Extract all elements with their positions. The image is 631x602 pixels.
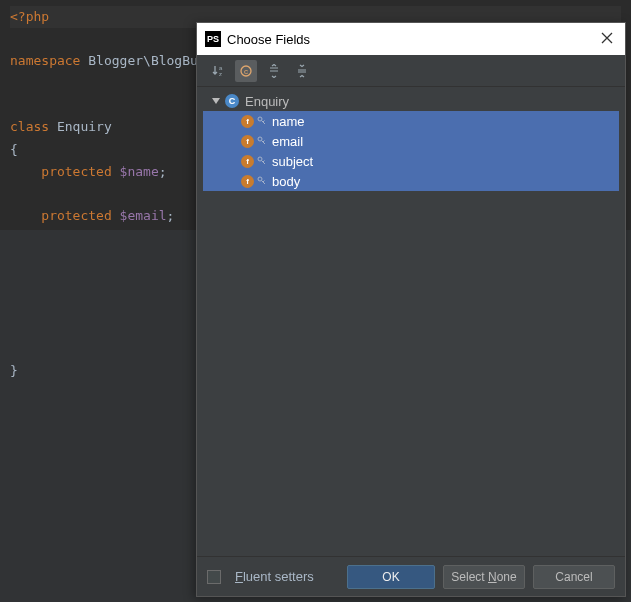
tree-field[interactable]: f name: [203, 111, 619, 131]
fluent-setters-checkbox[interactable]: [207, 570, 221, 584]
svg-point-7: [258, 177, 262, 181]
field-icon: f: [241, 155, 254, 168]
class-icon: C: [225, 94, 239, 108]
property-icon: [257, 136, 267, 146]
svg-point-5: [258, 137, 262, 141]
tree-field-label: body: [272, 174, 300, 189]
field-icon: f: [241, 135, 254, 148]
dialog-title: Choose Fields: [227, 32, 310, 47]
code-line: [10, 337, 621, 359]
select-none-button[interactable]: Select None: [443, 565, 525, 589]
dialog-titlebar[interactable]: PS Choose Fields: [197, 23, 625, 55]
dialog-bottom-bar: Fluent setters OK Select None Cancel: [197, 556, 625, 596]
tree-field-label: subject: [272, 154, 313, 169]
svg-point-4: [258, 117, 262, 121]
code-line: [10, 315, 621, 337]
tree-root[interactable]: C Enquiry: [203, 91, 619, 111]
close-icon[interactable]: [597, 26, 617, 52]
cancel-button[interactable]: Cancel: [533, 565, 615, 589]
property-icon: [257, 176, 267, 186]
code-line: }: [10, 360, 621, 382]
sort-icon[interactable]: az: [207, 60, 229, 82]
fluent-setters-label[interactable]: Fluent setters: [235, 569, 314, 584]
field-icon: f: [241, 115, 254, 128]
class-filter-icon[interactable]: c: [235, 60, 257, 82]
tree-field-label: name: [272, 114, 305, 129]
field-icon: f: [241, 175, 254, 188]
svg-text:z: z: [219, 71, 222, 77]
app-icon: PS: [205, 31, 221, 47]
property-icon: [257, 156, 267, 166]
expand-icon[interactable]: [211, 96, 221, 106]
tree-field[interactable]: f subject: [203, 151, 619, 171]
tree-field[interactable]: f email: [203, 131, 619, 151]
tree-field[interactable]: f body: [203, 171, 619, 191]
ok-button[interactable]: OK: [347, 565, 435, 589]
tree-field-label: email: [272, 134, 303, 149]
tree-root-label: Enquiry: [245, 94, 289, 109]
property-icon: [257, 116, 267, 126]
collapse-all-icon[interactable]: [291, 60, 313, 82]
svg-text:c: c: [244, 67, 248, 76]
expand-all-icon[interactable]: [263, 60, 285, 82]
dialog-toolbar: az c: [197, 55, 625, 87]
choose-fields-dialog: PS Choose Fields az c C Enquiry f name: [196, 22, 626, 597]
svg-point-6: [258, 157, 262, 161]
